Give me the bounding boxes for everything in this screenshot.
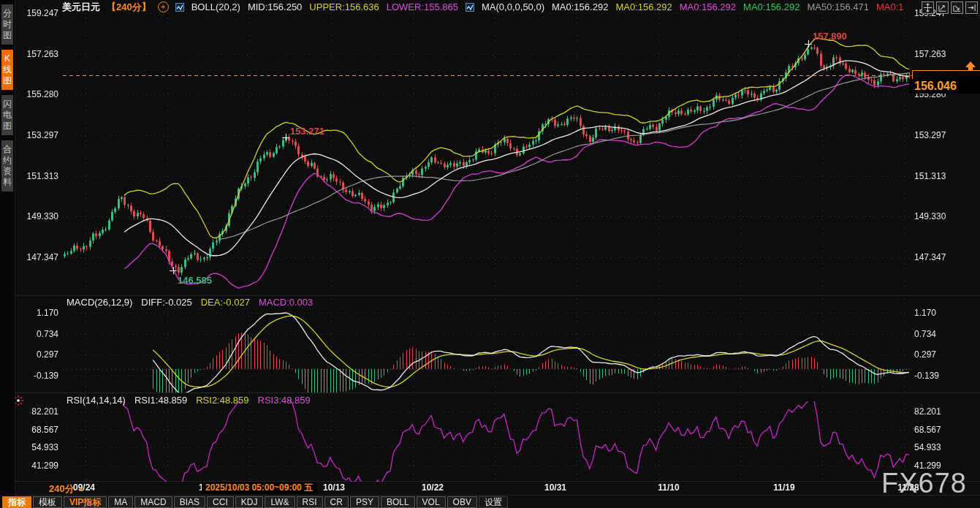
indicator-chip: MA(0,0,0,50,0): [482, 1, 544, 12]
period-label: 240分: [49, 482, 75, 496]
price-axis-label: 157.263: [914, 48, 946, 60]
indicator-tab-LW&[interactable]: LW&: [265, 496, 295, 508]
time-tick-label: 10/22: [400, 482, 466, 493]
price-axis-label: 153.297: [914, 129, 946, 141]
indicator-tab-BOLL[interactable]: BOLL: [381, 496, 415, 508]
rsi-title: RSI(14,14,14): [67, 395, 126, 406]
price-axis-label: 0.297: [914, 349, 936, 360]
price-extreme-annotation: 157.890: [813, 31, 847, 42]
timeframe-label: 【240分】: [107, 1, 151, 14]
zoom-scale-icon[interactable]: [951, 1, 963, 14]
indicator-tab-RSI[interactable]: RSI: [297, 496, 323, 508]
indicator-tab-指标[interactable]: 指标: [2, 496, 31, 508]
indicator-tab-设置[interactable]: 设置: [479, 496, 508, 508]
zoom-fit-icon[interactable]: [936, 1, 949, 14]
price-axis-label: -0.139: [914, 370, 939, 382]
add-compare-icon[interactable]: +: [158, 1, 169, 12]
sidebar-item-kline-chart[interactable]: K线图: [1, 50, 13, 90]
panel-indicator-value: RSI3:48.859: [258, 395, 311, 406]
macd-title: MACD(26,12,9): [67, 297, 132, 308]
rsi-header: RSI(14,14,14) RSI1:48.859RSI2:48.859RSI3…: [67, 395, 311, 406]
price-axis-label: 1.170: [914, 307, 936, 319]
price-axis-label: 82.201: [914, 406, 941, 417]
macd-header: MACD(26,12,9) DIFF:-0.025DEA:-0.027MACD:…: [67, 297, 313, 308]
price-extreme-annotation: 153.271: [290, 126, 324, 137]
current-price-badge: 156.046: [909, 79, 980, 94]
indicator-chip: MA0:156.292: [615, 1, 672, 12]
indicator-chip: LOWER:155.865: [387, 1, 458, 12]
sidebar-item-contract-info[interactable]: 合约资料: [1, 140, 13, 192]
price-extreme-annotation: 146.585: [178, 275, 212, 286]
indicator-chart-icon: [175, 3, 184, 12]
price-axis-label: 68.567: [914, 424, 941, 436]
panel-indicator-value: MACD:0.003: [259, 297, 313, 308]
price-axis-label: 54.933: [914, 441, 941, 453]
panel-indicator-value: RSI2:48.859: [196, 395, 248, 406]
watermark: FX678: [881, 468, 967, 499]
indicator-chip: MA0:156.292: [552, 1, 608, 12]
indicator-tab-bar: 指标模板VIP指标MAMACDBIASCCIKDJLW&RSICRPSYBOLL…: [2, 496, 508, 508]
indicator-values: BOLL(20,2)MID:156.250UPPER:156.636LOWER:…: [175, 1, 904, 12]
trading-terminal: 美元日元 【240分】 + BOLL(20,2)MID:156.250UPPER…: [0, 0, 980, 508]
indicator-chip: MID:156.250: [248, 1, 302, 12]
period-selector[interactable]: 240分 ▲: [49, 482, 85, 496]
indicator-chip: MA0:156.292: [743, 1, 799, 12]
panel-indicator-value: DEA:-0.027: [201, 297, 250, 308]
indicator-tab-BIAS[interactable]: BIAS: [174, 496, 205, 508]
indicator-tab-PSY[interactable]: PSY: [350, 496, 379, 508]
indicator-tab-OBV[interactable]: OBV: [447, 496, 477, 508]
indicator-chip: MA0:156.292: [680, 1, 736, 12]
indicator-tab-CCI[interactable]: CCI: [207, 496, 234, 508]
indicator-chip: UPPER:156.636: [309, 1, 379, 12]
jump-latest-icon[interactable]: [965, 1, 978, 14]
price-axis-label: 149.330: [914, 211, 946, 222]
indicator-tab-KDJ[interactable]: KDJ: [235, 496, 264, 508]
indicator-tab-VOL[interactable]: VOL: [417, 496, 446, 508]
price-axis-label: 147.347: [914, 251, 946, 263]
symbol-name: 美元日元: [62, 1, 100, 14]
indicator-tab-MACD[interactable]: MACD: [134, 496, 172, 508]
indicator-chip: BOLL(20,2): [191, 1, 240, 12]
time-tick-label: 11/10: [636, 482, 702, 493]
price-alert-marker-icon[interactable]: [964, 61, 977, 76]
indicator-chip: MA0:1: [876, 1, 904, 12]
chevron-up-icon: ▲: [78, 485, 85, 493]
chart-type-sidebar: 分时图K线图闪电图合约资料: [0, 0, 15, 508]
window-toolbar: [922, 1, 978, 14]
panel-indicator-value: DIFF:-0.025: [141, 297, 191, 308]
sidebar-item-flash-chart[interactable]: 闪电图: [1, 95, 13, 135]
price-axis-label: 151.313: [914, 170, 946, 182]
crosshair-time-tooltip: 2025/10/03 05:00~09:00 五: [202, 482, 316, 494]
indicator-tab-CR[interactable]: CR: [324, 496, 349, 508]
panel-indicator-value: RSI1:48.859: [134, 395, 187, 406]
time-tick-label: 10/31: [523, 482, 588, 493]
move-icon[interactable]: [922, 1, 934, 14]
indicator-tab-VIP指标[interactable]: VIP指标: [64, 496, 107, 508]
indicator-chip: MA50:156.471: [807, 1, 869, 12]
chart-header: 美元日元 【240分】 + BOLL(20,2)MID:156.250UPPER…: [62, 0, 904, 14]
time-tick-label: 11/19: [751, 482, 817, 493]
indicator-tab-模板[interactable]: 模板: [33, 496, 62, 508]
chart-canvas[interactable]: [0, 0, 980, 508]
indicator-tab-MA[interactable]: MA: [108, 496, 133, 508]
price-axis-label: 0.734: [914, 328, 936, 340]
indicator-chart-icon: [466, 3, 474, 12]
sidebar-item-time-chart[interactable]: 分时图: [1, 4, 13, 45]
